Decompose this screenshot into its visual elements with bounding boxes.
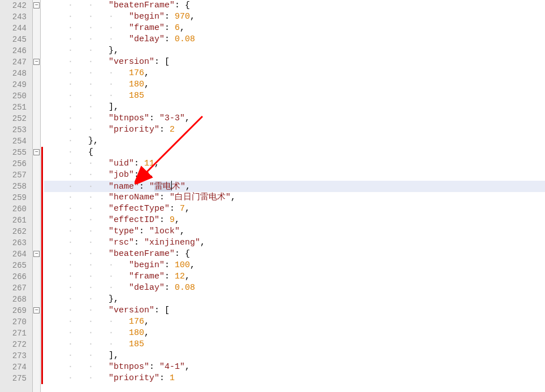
code-line[interactable]: · · "job": 0, (44, 169, 545, 181)
code-line[interactable]: · · "priority": 1 (44, 373, 545, 384)
code-line[interactable]: · · · "delay": 0.08 (44, 34, 545, 45)
token: "btnpos" (109, 362, 149, 372)
code-line[interactable]: · · · 176, (44, 316, 545, 328)
code-editor[interactable]: 2422432442452462472482492502512522532542… (0, 0, 545, 392)
code-line[interactable]: · · ], (44, 350, 545, 361)
code-line[interactable]: · · }, (44, 294, 545, 305)
token: : (134, 238, 144, 247)
token: , (144, 328, 149, 338)
token: : (165, 283, 175, 293)
code-line[interactable]: · · · "begin": 970, (44, 11, 545, 23)
token: "xinjineng" (144, 238, 200, 247)
code-line[interactable]: · · "version": [ (44, 305, 545, 316)
token: 术" (172, 182, 185, 191)
code-line[interactable]: · { (44, 147, 545, 158)
line-number: 246 (0, 45, 27, 56)
fold-toggle[interactable]: − (33, 149, 40, 155)
token: , (144, 68, 149, 78)
line-number: 261 (0, 215, 27, 226)
code-line[interactable]: · · "rsc": "xinjineng", (44, 237, 545, 249)
token: , (200, 238, 205, 247)
code-line[interactable]: · · "btnpos": "3-3", (44, 113, 545, 124)
token: "beatenFrame" (109, 249, 175, 259)
code-line[interactable]: · · · 180, (44, 328, 545, 339)
token: "delay" (129, 283, 165, 293)
code-line[interactable]: · · · "begin": 100, (44, 260, 545, 271)
token: "heroName" (109, 193, 159, 202)
line-number: 256 (0, 158, 27, 169)
token: "frame" (129, 23, 165, 33)
code-line[interactable]: · · · 185 (44, 339, 545, 350)
token: : { (175, 249, 190, 259)
fold-toggle[interactable]: − (33, 307, 40, 313)
code-line[interactable]: · · "heroName": "白日门雷电术", (44, 192, 545, 203)
indent-guide: · · · (47, 80, 129, 89)
code-line[interactable]: · · · 180, (44, 79, 545, 90)
code-line[interactable]: · · · 185 (44, 90, 545, 102)
token: , (144, 317, 149, 326)
code-line[interactable]: · · "btnpos": "4-1", (44, 361, 545, 373)
indent-guide: · · (47, 57, 109, 67)
token: : (159, 125, 170, 134)
indent-guide: · · (47, 294, 109, 304)
token: }, (109, 46, 119, 55)
token: , (231, 193, 236, 202)
code-line[interactable]: · · "priority": 2 (44, 124, 545, 136)
token: 100 (175, 260, 190, 270)
token: "version" (109, 57, 154, 67)
token: 185 (129, 339, 144, 349)
code-line[interactable]: · · "name": "雷电术", (44, 181, 545, 192)
token: 970 (175, 12, 190, 21)
fold-toggle[interactable]: − (33, 59, 40, 65)
token: "4-1" (159, 362, 185, 372)
line-number: 257 (0, 169, 27, 181)
token: 0 (144, 170, 149, 180)
indent-guide: · · · (47, 317, 129, 326)
line-number: 242 (0, 0, 27, 11)
indent-guide: · · · (47, 68, 129, 78)
line-number: 259 (0, 192, 27, 203)
indent-guide: · · (47, 170, 109, 180)
code-line[interactable]: · · ], (44, 102, 545, 113)
token: 6 (175, 23, 180, 33)
line-number: 253 (0, 124, 27, 136)
code-line[interactable]: · · "uid": 11, (44, 158, 545, 169)
token: "type" (109, 227, 139, 236)
indent-guide: · · (47, 249, 109, 259)
code-line[interactable]: · · "beatenFrame": { (44, 0, 545, 11)
indent-guide: · · · (47, 12, 129, 21)
code-line[interactable]: · · }, (44, 45, 545, 56)
code-line[interactable]: · · "effectType": 7, (44, 203, 545, 215)
token: 2 (170, 125, 175, 134)
token: 185 (129, 91, 144, 101)
code-line[interactable]: · · · "frame": 12, (44, 271, 545, 282)
token: "effectType" (109, 204, 170, 214)
token: "beatenFrame" (109, 1, 175, 10)
token: 176 (129, 317, 144, 326)
code-line[interactable]: · }, (44, 136, 545, 147)
line-number: 265 (0, 260, 27, 271)
line-number: 262 (0, 226, 27, 237)
token: : (165, 272, 175, 281)
fold-toggle[interactable]: − (33, 2, 40, 8)
line-number: 249 (0, 79, 27, 90)
code-line[interactable]: · · "beatenFrame": { (44, 249, 545, 260)
fold-toggle[interactable]: − (33, 251, 40, 257)
line-number: 272 (0, 339, 27, 350)
token: 9 (170, 215, 175, 225)
code-line[interactable]: · · · "delay": 0.08 (44, 282, 545, 294)
code-line[interactable]: · · "version": [ (44, 56, 545, 68)
code-area[interactable]: · · "beatenFrame": { · · · "begin": 970,… (44, 0, 545, 392)
token: 180 (129, 80, 144, 89)
line-number: 260 (0, 203, 27, 215)
line-number: 273 (0, 350, 27, 361)
code-line[interactable]: · · "effectID": 9, (44, 215, 545, 226)
fold-column[interactable]: −−−−− (33, 0, 41, 392)
code-line[interactable]: · · · 176, (44, 68, 545, 79)
indent-guide: · · · (47, 91, 129, 101)
token: : (159, 215, 170, 225)
code-line[interactable]: · · · "frame": 6, (44, 23, 545, 34)
line-number: 268 (0, 294, 27, 305)
token: , (149, 170, 154, 180)
code-line[interactable]: · · "type": "lock", (44, 226, 545, 237)
